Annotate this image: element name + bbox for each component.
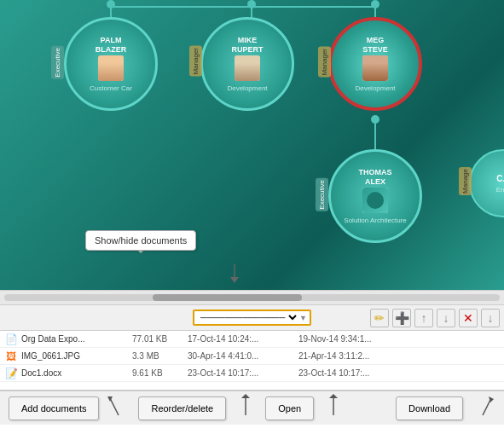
file-row-2[interactable]: 🖼 IMG_0661.JPG 3.3 MB 30-Apr-14 4:41:0..…	[0, 348, 504, 365]
role-executive-2: Executive	[316, 178, 328, 211]
svg-marker-16	[241, 394, 250, 398]
scroll-thumb[interactable]	[153, 294, 301, 301]
file-modified-3: 23-Oct-14 10:17:...	[188, 368, 298, 378]
svg-point-6	[371, 115, 379, 124]
svg-marker-18	[329, 394, 338, 398]
dept-palm-blazer: Customer Car	[90, 84, 132, 92]
node-name-thomas-alex: THOMASALEX	[359, 168, 392, 187]
role-manager-1: Manager	[189, 46, 202, 77]
dept-partial: En...	[496, 186, 504, 194]
svg-point-9	[247, 0, 256, 9]
file-modified-2: 30-Apr-14 4:41:0...	[188, 351, 298, 361]
horizontal-scrollbar[interactable]	[0, 290, 504, 305]
svg-point-8	[107, 0, 115, 9]
file-size-1: 77.01 KB	[132, 334, 188, 344]
svg-line-13	[110, 398, 119, 415]
dept-meg-steve: Development	[355, 84, 395, 92]
file-name-3: Doc1.docx	[21, 368, 132, 378]
sort-select-wrapper[interactable]: ────────────── Name Date Modified Size ▼	[193, 310, 311, 326]
move-up-button[interactable]: ↑	[414, 309, 433, 327]
file-size-3: 9.61 KB	[132, 368, 188, 378]
role-executive-1: Executive	[51, 46, 64, 79]
node-name-mike-rupert: MIKERUPERT	[231, 36, 263, 55]
svg-marker-12	[230, 277, 239, 283]
node-mike-rupert[interactable]: Manager MIKERUPERT Development	[200, 17, 294, 111]
add-documents-button[interactable]: Add documents	[9, 396, 99, 420]
arrow-add	[106, 394, 131, 420]
photo-palm-blazer	[98, 55, 124, 81]
sort-select[interactable]: ────────────── Name Date Modified Size	[197, 312, 299, 323]
open-button[interactable]: Open	[265, 396, 314, 420]
file-toolbar: ────────────── Name Date Modified Size ▼…	[0, 305, 504, 331]
save-file-button[interactable]: ↓	[481, 309, 500, 327]
file-row-3[interactable]: 📝 Doc1.docx 9.61 KB 23-Oct-14 10:17:... …	[0, 365, 504, 382]
role-manager-2: Manager	[318, 47, 331, 78]
file-created-2: 21-Apr-14 3:11:2...	[298, 351, 409, 361]
file-name-1: Org Data Expo...	[21, 334, 132, 344]
file-row-1[interactable]: 📄 Org Data Expo... 77.01 KB 17-Oct-14 10…	[0, 331, 504, 348]
delete-file-button[interactable]: ✕	[459, 309, 478, 327]
node-meg-steve[interactable]: Manager MEGSTEVE Development	[328, 17, 422, 111]
dept-mike-rupert: Development	[227, 84, 267, 92]
node-partial-right[interactable]: Manage C... En...	[469, 149, 504, 217]
move-down-button[interactable]: ↓	[437, 309, 455, 327]
photo-mike-rupert	[235, 55, 260, 81]
node-name-partial: C...	[496, 174, 504, 184]
svg-point-10	[371, 0, 379, 9]
node-name-palm-blazer: PALMBLAZER	[96, 36, 127, 55]
tooltip-show-hide: Show/hide documents	[85, 230, 196, 251]
file-modified-1: 17-Oct-14 10:24:...	[188, 334, 298, 344]
doc-icon: 📝	[4, 367, 18, 380]
file-created-3: 23-Oct-14 10:17:...	[298, 368, 409, 378]
file-name-2: IMG_0661.JPG	[21, 351, 132, 361]
role-manager-3: Manage	[459, 167, 472, 195]
img-icon: 🖼	[4, 350, 18, 363]
file-created-1: 19-Nov-14 9:34:1...	[298, 334, 409, 344]
node-name-meg-steve: MEGSTEVE	[362, 36, 388, 55]
reorder-delete-button[interactable]: Reorder/delete	[138, 396, 226, 420]
edit-button[interactable]: ✏	[370, 309, 389, 327]
arrow-reorder	[233, 394, 258, 420]
arrow-pointer	[226, 264, 243, 286]
arrow-download	[470, 394, 495, 420]
bottom-toolbar: Add documents Reorder/delete Open Downlo…	[0, 391, 504, 425]
add-file-button[interactable]: ➕	[392, 309, 411, 327]
node-thomas-alex[interactable]: Executive THOMASALEX Solution Architectu…	[328, 149, 422, 243]
dept-thomas-alex: Solution Architecture	[344, 217, 406, 224]
arrow-open	[321, 394, 346, 420]
file-size-2: 3.3 MB	[132, 351, 188, 361]
scroll-track[interactable]	[4, 294, 500, 301]
org-chart-canvas: Executive PALMBLAZER Customer Car Manage…	[0, 0, 504, 290]
node-palm-blazer[interactable]: Executive PALMBLAZER Customer Car	[64, 17, 158, 111]
download-button[interactable]: Download	[396, 396, 463, 420]
photo-thomas-alex	[362, 188, 388, 213]
file-list: 📄 Org Data Expo... 77.01 KB 17-Oct-14 10…	[0, 331, 504, 391]
photo-meg-steve	[362, 55, 388, 81]
pdf-icon: 📄	[4, 333, 18, 346]
